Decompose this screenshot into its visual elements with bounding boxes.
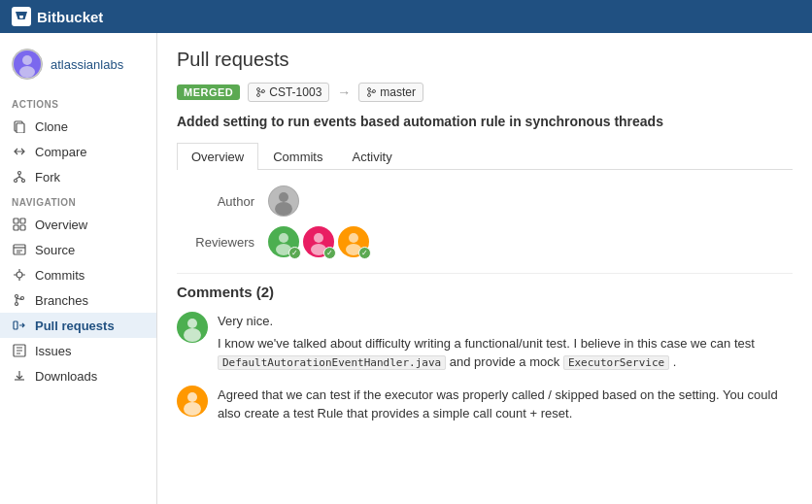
svg-point-14 [16, 295, 18, 298]
svg-rect-8 [14, 218, 18, 223]
logo[interactable]: Bitbucket [12, 7, 103, 26]
logo-text: Bitbucket [37, 9, 103, 25]
svg-point-35 [184, 328, 201, 342]
reviewer-check-2: ✓ [358, 247, 371, 259]
author-avatar [268, 185, 299, 217]
comment-end-0: . [673, 354, 677, 369]
clone-label: Clone [35, 119, 68, 134]
overview-icon [12, 217, 27, 232]
source-label: Source [35, 243, 75, 257]
svg-point-23 [368, 94, 371, 97]
svg-point-1 [22, 55, 32, 65]
svg-point-22 [368, 88, 371, 91]
comment-text-body-0: I know we've talked about difficulty wri… [218, 336, 755, 351]
overview-label: Overview [35, 218, 87, 232]
comment-code-0: DefaultAutorationEventHandler.java [218, 355, 446, 370]
sidebar-item-commits[interactable]: Commits [0, 262, 156, 287]
avatar [12, 49, 43, 80]
commits-label: Commits [35, 268, 85, 283]
comment-text-0: I know we've talked about difficulty wri… [218, 334, 793, 372]
svg-point-15 [16, 303, 18, 306]
reviewer-check-0: ✓ [288, 247, 301, 259]
reviewers-row: Reviewers ✓ ✓ [177, 226, 793, 257]
tab-activity[interactable]: Activity [337, 143, 406, 170]
tabs: Overview Commits Activity [177, 143, 793, 170]
pull-requests-label: Pull requests [35, 319, 115, 333]
downloads-icon [12, 368, 27, 384]
comments-title: Comments (2) [177, 273, 793, 300]
pull-requests-icon [12, 318, 27, 333]
comment-0: Very nice. I know we've talked about dif… [177, 312, 793, 372]
pr-description: Added setting to run events based automa… [177, 114, 793, 129]
svg-point-5 [18, 172, 21, 175]
reviewers-list: ✓ ✓ ✓ [268, 226, 373, 257]
page-title: Pull requests [177, 49, 793, 71]
comment-first-line-0: Very nice. [218, 312, 793, 331]
issues-label: Issues [35, 344, 72, 358]
tab-overview[interactable]: Overview [177, 143, 258, 170]
commits-icon [12, 267, 27, 283]
reviewer-avatar-2: ✓ [338, 226, 369, 257]
branches-icon [12, 292, 27, 308]
bitbucket-icon [12, 7, 31, 26]
user-section[interactable]: atlassianlabs [0, 43, 156, 91]
comment-avatar-1 [177, 386, 208, 417]
comment-body-1: Agreed that we can test if the executor … [218, 386, 793, 423]
status-badge: MERGED [177, 84, 240, 100]
main-content: Pull requests MERGED CST-1003 → [157, 33, 812, 504]
svg-point-37 [184, 402, 201, 416]
svg-point-13 [17, 272, 22, 278]
sidebar-item-compare[interactable]: Compare [0, 139, 156, 164]
target-branch-label: master [380, 85, 416, 99]
svg-point-20 [257, 94, 260, 97]
svg-point-26 [279, 192, 288, 202]
svg-rect-9 [20, 218, 25, 223]
svg-point-28 [279, 233, 288, 243]
sidebar-item-fork[interactable]: Fork [0, 164, 156, 189]
svg-point-7 [22, 180, 25, 183]
pr-meta: MERGED CST-1003 → master [177, 83, 793, 102]
issues-icon [12, 343, 27, 358]
comment-body-0: Very nice. I know we've talked about dif… [218, 312, 793, 372]
target-branch-tag[interactable]: master [358, 83, 423, 102]
branches-label: Branches [35, 293, 88, 308]
navigation-label: NAVIGATION [0, 189, 156, 212]
sidebar-item-source[interactable]: Source [0, 237, 156, 262]
comment-code-1: ExecutorService [563, 355, 669, 370]
compare-label: Compare [35, 145, 86, 159]
comment-text-1: Agreed that we can test if the executor … [218, 386, 793, 423]
clone-icon [12, 118, 27, 134]
actions-label: ACTIONS [0, 91, 156, 114]
fork-icon [12, 169, 27, 185]
svg-point-19 [257, 88, 260, 91]
sidebar-item-clone[interactable]: Clone [0, 114, 156, 139]
source-branch-label: CST-1003 [269, 85, 321, 99]
reviewer-avatar-1: ✓ [303, 226, 334, 257]
comment-avatar-0 [177, 312, 208, 343]
svg-point-2 [19, 66, 35, 78]
svg-rect-4 [17, 123, 24, 133]
comment-1: Agreed that we can test if the executor … [177, 386, 793, 423]
author-label: Author [177, 194, 254, 209]
svg-point-6 [15, 180, 17, 183]
arrow-icon: → [337, 84, 351, 100]
fork-label: Fork [35, 170, 60, 185]
author-row: Author [177, 185, 793, 217]
sidebar-item-issues[interactable]: Issues [0, 338, 156, 363]
compare-icon [12, 144, 27, 159]
tab-commits[interactable]: Commits [258, 143, 337, 170]
svg-point-36 [187, 392, 197, 402]
sidebar-item-downloads[interactable]: Downloads [0, 363, 156, 388]
source-icon [12, 242, 27, 257]
svg-point-34 [187, 319, 197, 328]
svg-rect-10 [14, 225, 18, 230]
svg-rect-11 [20, 225, 25, 230]
sidebar-item-overview[interactable]: Overview [0, 212, 156, 237]
sidebar-item-branches[interactable]: Branches [0, 287, 156, 313]
svg-rect-17 [14, 321, 17, 329]
source-branch-tag[interactable]: CST-1003 [248, 83, 329, 102]
comment-connector-0: and provide a mock [450, 354, 563, 369]
reviewer-check-1: ✓ [323, 247, 336, 259]
sidebar-item-pull-requests[interactable]: Pull requests [0, 313, 156, 338]
sidebar: atlassianlabs ACTIONS Clone Compare [0, 33, 157, 504]
